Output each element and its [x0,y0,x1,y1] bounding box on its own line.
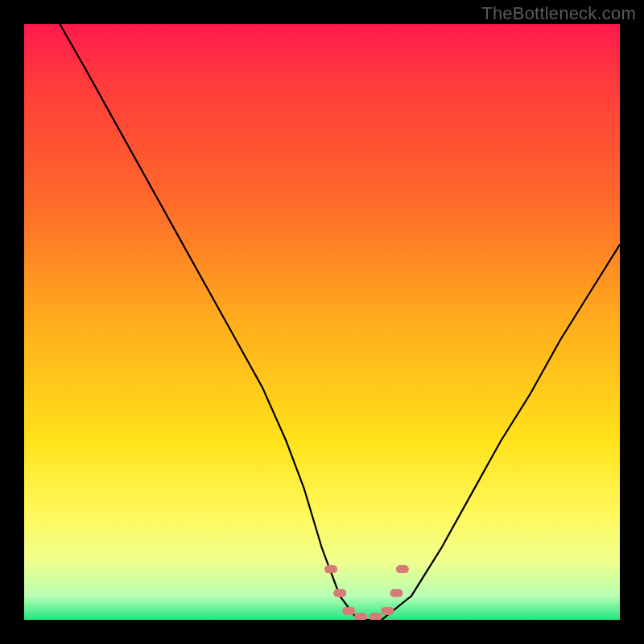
flat-region-markers [324,565,409,620]
marker-dot [354,613,367,620]
marker-dot [342,607,355,615]
marker-dot [333,589,346,597]
chart-svg [24,24,620,620]
watermark-text: TheBottleneck.com [481,3,636,24]
marker-dot [396,565,409,573]
chart-frame: TheBottleneck.com [0,0,644,644]
marker-dot [369,613,382,620]
marker-dot [324,565,337,573]
marker-dot [381,607,394,615]
marker-dot [390,589,403,597]
plot-area [24,24,620,620]
bottleneck-curve [60,24,620,620]
